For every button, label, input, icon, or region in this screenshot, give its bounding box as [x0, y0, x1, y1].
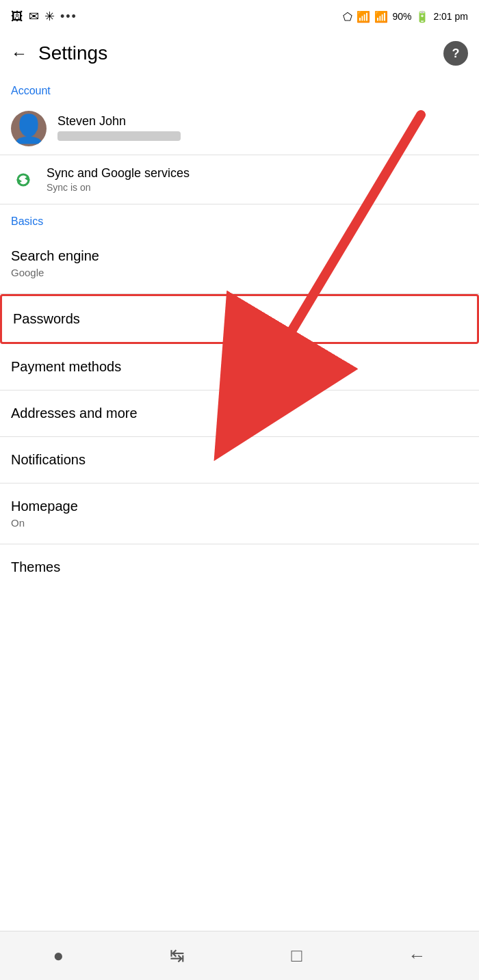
account-name: Steven John [57, 114, 468, 129]
settings-content: Account 👤 Steven John [0, 74, 479, 645]
battery-icon: 🔋 [415, 10, 429, 23]
themes-item[interactable]: Themes [0, 544, 479, 590]
sync-title: Sync and Google services [47, 166, 190, 181]
status-bar-right: ⬠ 📶 📶 90% 🔋 2:01 pm [343, 10, 468, 23]
wifi-icon: 📶 [357, 10, 370, 23]
notifications-item[interactable]: Notifications [0, 437, 479, 484]
nav-home-button[interactable]: □ [292, 945, 302, 966]
search-engine-value: Google [11, 267, 468, 278]
mail-status-icon: ✉ [29, 9, 39, 24]
time-display: 2:01 pm [433, 11, 468, 22]
image-status-icon: 🖼 [11, 10, 23, 24]
search-engine-item[interactable]: Search engine Google [0, 233, 479, 294]
sync-subtitle: Sync is on [47, 182, 190, 193]
sync-row[interactable]: Sync and Google services Sync is on [0, 155, 479, 204]
avatar: 👤 [11, 111, 47, 146]
back-button[interactable]: ← [11, 44, 27, 63]
sync-icon [11, 168, 36, 192]
addresses-item[interactable]: Addresses and more [0, 390, 479, 437]
settings-status-icon: ✳ [44, 9, 55, 24]
themes-title: Themes [11, 559, 468, 575]
account-info: Steven John [57, 114, 468, 144]
homepage-title: Homepage [11, 499, 468, 514]
more-status-icon: ••• [60, 10, 77, 24]
account-row[interactable]: 👤 Steven John [0, 103, 479, 155]
settings-header: ← Settings ? [0, 33, 479, 74]
signal-icon: 📶 [374, 10, 388, 23]
homepage-value: On [11, 517, 468, 529]
notifications-title: Notifications [11, 452, 468, 468]
sync-info: Sync and Google services Sync is on [47, 166, 190, 193]
homepage-item[interactable]: Homepage On [0, 484, 479, 544]
nav-back-button[interactable]: ← [408, 945, 426, 966]
bluetooth-icon: ⬠ [343, 10, 352, 23]
status-bar-left: 🖼 ✉ ✳ ••• [11, 9, 77, 24]
addresses-title: Addresses and more [11, 406, 468, 421]
page-title: Settings [38, 42, 107, 64]
basics-section-label: Basics [0, 204, 479, 233]
passwords-item[interactable]: Passwords [0, 294, 479, 344]
passwords-title: Passwords [13, 311, 466, 327]
payment-methods-title: Payment methods [11, 359, 468, 375]
payment-methods-item[interactable]: Payment methods [0, 344, 479, 390]
battery-percent: 90% [392, 11, 411, 22]
account-email-masked [57, 131, 181, 141]
nav-bar: ● ↹ □ ← [0, 931, 479, 980]
status-bar: 🖼 ✉ ✳ ••• ⬠ 📶 📶 90% 🔋 2:01 pm [0, 0, 479, 33]
help-button[interactable]: ? [443, 41, 468, 66]
search-engine-title: Search engine [11, 248, 468, 264]
account-section-label: Account [0, 74, 479, 103]
nav-recent-button[interactable]: ↹ [170, 945, 185, 966]
nav-dot-button[interactable]: ● [53, 945, 64, 966]
